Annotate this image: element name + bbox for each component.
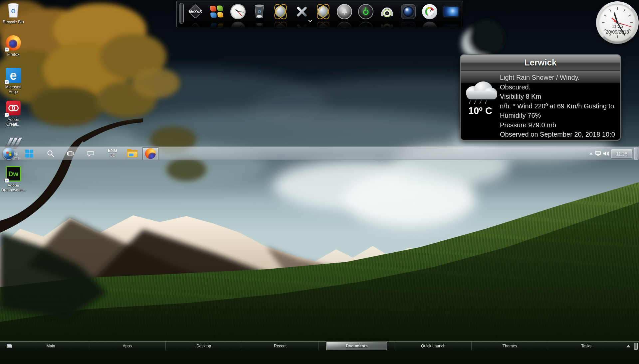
tab-desktop[interactable]: Desktop: [165, 342, 242, 350]
feedback-hub-button[interactable]: [86, 150, 95, 158]
windows-orb-flag-icon: [6, 151, 11, 156]
weather-pressure: Pressure 979.0 mb: [500, 120, 620, 130]
desktop-icon-label: Microsoft Edge: [5, 85, 22, 94]
tab-main[interactable]: Main: [13, 342, 89, 350]
active-tab-pill: Documents: [326, 342, 387, 350]
dock-handle[interactable]: [179, 3, 184, 24]
dock-item-headphones[interactable]: [379, 3, 395, 20]
desktop-icon-adobe-dreamweaver[interactable]: Dw ↗ Adobe Dreamweav...: [0, 166, 27, 192]
start-orb-button[interactable]: [3, 148, 15, 160]
tray-clock-button[interactable]: 11:25: [611, 149, 632, 158]
desktop-icon-label: Adobe Creati...: [6, 117, 20, 127]
task-view-button[interactable]: [66, 150, 75, 158]
desktop-icon-label: Recycle Bin: [3, 20, 24, 24]
power-icon: [358, 4, 373, 19]
dock-item-nexus[interactable]: NeXuS: [187, 3, 204, 20]
shortcut-arrow-icon: ↗: [5, 80, 9, 84]
speech-bubble-icon: [87, 150, 95, 158]
start-button[interactable]: [24, 150, 35, 158]
dreamweaver-icon: Dw ↗: [5, 166, 22, 182]
weather-header: Lerwick: [461, 55, 620, 71]
desktop: ♻ Recycle Bin ↗ Firefox e ↗ Microsoft Ed…: [0, 0, 639, 364]
clock-date: 20/09/2018: [598, 29, 636, 35]
dock-item-clock[interactable]: [230, 3, 246, 20]
clock-face: [598, 4, 636, 42]
headphones-icon: [379, 4, 395, 19]
hidden-icons-arrow[interactable]: [589, 152, 593, 155]
dock-item-gauge[interactable]: [421, 3, 438, 20]
windows-logo-icon: [210, 5, 223, 18]
bell-icon: [337, 4, 352, 19]
volume-tray-button[interactable]: [602, 150, 610, 158]
desktop-icon-label: Adobe Dreamweav...: [1, 183, 25, 192]
weather-humidity: Humidity 76%: [500, 111, 620, 120]
tab-quick-launch[interactable]: Quick Launch: [395, 342, 471, 350]
search-button[interactable]: [46, 150, 55, 158]
weather-sky: Obscured.: [500, 82, 620, 92]
desktop-icon-recycle-bin[interactable]: ♻ Recycle Bin: [0, 2, 27, 24]
clock-digital-time: 11:25: [598, 24, 636, 29]
network-tray-button[interactable]: [594, 150, 602, 158]
desktop-icon-firefox[interactable]: ↗ Firefox: [0, 35, 27, 57]
show-desktop-button[interactable]: [634, 148, 638, 160]
firefox-taskbar-button[interactable]: [142, 147, 158, 160]
network-icon: [594, 150, 602, 158]
dock-items: NeXuS ♻: [187, 3, 459, 20]
analog-clock-widget[interactable]: 11:25 20/09/2018: [596, 1, 639, 44]
weather-visibility: Visibility 8 Km: [500, 92, 620, 101]
svg-text:♻: ♻: [11, 8, 16, 14]
creative-cloud-icon: ↗: [5, 100, 22, 116]
tab-documents[interactable]: Documents: [319, 342, 395, 350]
recycle-bin-glass-icon: ♻: [253, 4, 266, 20]
display-icon: [444, 7, 458, 16]
volume-icon: [602, 150, 610, 158]
clock-icon: [230, 4, 246, 19]
nexus-dock: NeXuS ♻: [176, 1, 463, 27]
globe-atom-icon: [315, 3, 331, 20]
desktop-icon-label: Firefox: [7, 52, 20, 57]
tab-recent[interactable]: Recent: [242, 342, 319, 350]
file-explorer-button[interactable]: [127, 149, 138, 158]
tools-icon: [294, 4, 310, 19]
desktop-icon-microsoft-edge[interactable]: e ↗ Microsoft Edge: [0, 67, 27, 94]
taskbar: ENG GB 11:25: [0, 147, 639, 160]
weather-wind: n/h. * Wind 220º at 69 Km/h Gusting to: [500, 101, 620, 111]
weather-cloud-icon: [465, 81, 499, 100]
dock-item-globe-network[interactable]: [272, 3, 289, 20]
windows-start-icon: [25, 150, 33, 158]
gauge-orb-icon: [422, 4, 437, 19]
globe-atom-icon: [272, 3, 289, 20]
desktop-icon-adobe-creative-cloud[interactable]: ↗ Adobe Creati...: [0, 100, 27, 127]
weather-condition: Light Rain Shower / Windy.: [500, 73, 620, 82]
weather-observed: Observed on September 20, 2018 10:0: [500, 130, 620, 139]
dock-item-camera[interactable]: [400, 3, 417, 20]
bottom-bar-up-arrow[interactable]: [626, 345, 630, 347]
tab-apps[interactable]: Apps: [89, 342, 165, 350]
shortcut-arrow-icon: ↗: [5, 48, 9, 52]
dock-item-display[interactable]: [443, 3, 459, 20]
camera-lens-icon: [401, 4, 416, 19]
search-icon: [47, 150, 55, 158]
tab-tasks[interactable]: Tasks: [548, 342, 624, 350]
svg-text:♻: ♻: [257, 9, 261, 14]
bottom-bar-tabs: Main Apps Desktop Recent Documents Quick…: [13, 342, 624, 350]
bottom-bar-scroll-thumb[interactable]: [634, 343, 638, 350]
tab-themes[interactable]: Themes: [471, 342, 548, 350]
task-view-icon: [66, 150, 74, 158]
dock-item-globe-network-2[interactable]: [315, 3, 331, 20]
firefox-icon: ↗: [5, 35, 22, 51]
dock-item-power[interactable]: [357, 3, 374, 20]
edge-icon: e ↗: [5, 67, 22, 84]
firefox-icon: [145, 148, 156, 159]
dock-item-bell[interactable]: [336, 3, 353, 20]
language-indicator[interactable]: ENG GB: [105, 148, 120, 158]
weather-rain-icon: [468, 99, 491, 105]
bottom-tab-bar: Main Apps Desktop Recent Documents Quick…: [0, 341, 639, 350]
dock-item-recycle-bin[interactable]: ♻: [251, 3, 268, 20]
shortcut-arrow-icon: ↗: [5, 179, 9, 182]
dock-item-windows[interactable]: [208, 3, 225, 20]
weather-widget[interactable]: Lerwick 10º C Light Rain Shower / Windy.…: [460, 54, 621, 141]
dock-item-tools[interactable]: [294, 3, 310, 20]
bottom-bar-window-icon[interactable]: [7, 344, 12, 348]
nexus-brand-label: NeXuS: [189, 9, 202, 14]
